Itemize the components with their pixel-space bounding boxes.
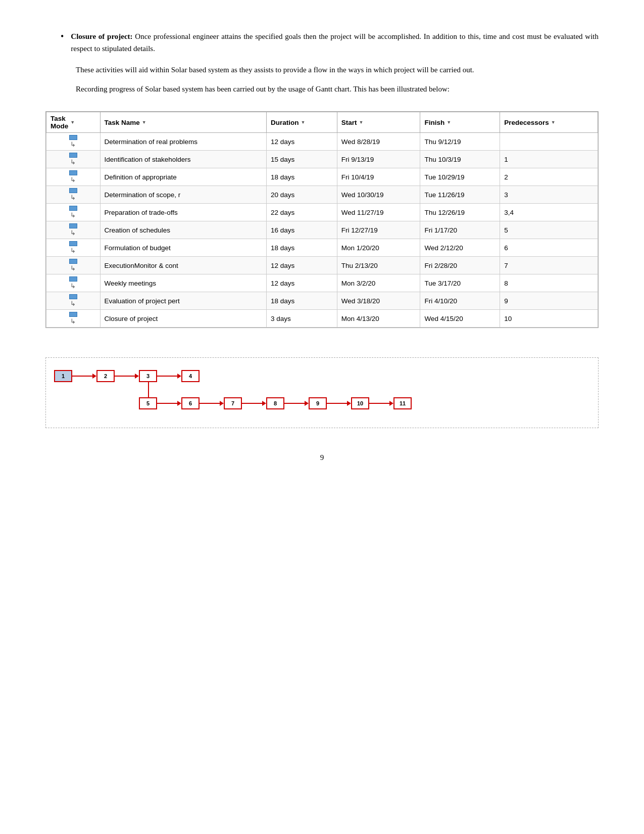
table-row: ↳ Creation of schedules16 daysFri 12/27/… xyxy=(46,221,598,239)
task-predecessors-cell: 9 xyxy=(500,292,598,310)
task-mode-cell: ↳ xyxy=(46,221,101,239)
task-predecessors-cell: 10 xyxy=(500,310,598,328)
task-duration-cell: 18 days xyxy=(267,292,337,310)
pert-row-bottom: 5 6 7 8 9 10 xyxy=(139,397,590,409)
task-predecessors-cell: 8 xyxy=(500,274,598,292)
col-header-finish[interactable]: Finish ▼ xyxy=(420,112,500,133)
pert-chart-container: 1 2 3 4 5 6 xyxy=(45,357,599,428)
task-name-cell: Determination of real problems xyxy=(100,133,267,151)
pert-arrow-7-8 xyxy=(242,401,266,406)
pert-arrow-9-10 xyxy=(327,401,351,406)
task-name-cell: ExecutionMonitor & cont xyxy=(100,257,267,274)
task-name-cell: Preparation of trade-offs xyxy=(100,204,267,221)
pert-node-7: 7 xyxy=(224,397,242,409)
task-start-cell: Wed 3/18/20 xyxy=(337,292,420,310)
task-duration-cell: 18 days xyxy=(267,168,337,186)
task-mode-cell: ↳ xyxy=(46,133,101,151)
col-finish-label: Finish xyxy=(424,119,444,126)
task-start-cell: Fri 9/13/19 xyxy=(337,151,420,168)
pert-node-5: 5 xyxy=(139,397,157,409)
col-header-name[interactable]: Task Name ▼ xyxy=(100,112,267,133)
bullet-text-closure: Closure of project: Once professional en… xyxy=(71,30,599,55)
task-predecessors-cell: 3,4 xyxy=(500,204,598,221)
task-predecessors-cell: 5 xyxy=(500,221,598,239)
task-predecessors-cell: 2 xyxy=(500,168,598,186)
task-start-cell: Fri 12/27/19 xyxy=(337,221,420,239)
task-duration-cell: 20 days xyxy=(267,186,337,204)
task-finish-cell: Tue 3/17/20 xyxy=(420,274,500,292)
task-name-cell: Determination of scope, r xyxy=(100,186,267,204)
pert-arrow-3-4 xyxy=(157,374,181,379)
col-header-mode[interactable]: TaskMode ▼ xyxy=(46,112,101,133)
task-duration-cell: 18 days xyxy=(267,239,337,257)
task-finish-cell: Tue 11/26/19 xyxy=(420,186,500,204)
col-duration-label: Duration xyxy=(271,119,299,126)
table-row: ↳ Determination of real problems12 daysW… xyxy=(46,133,598,151)
page-number-text: 9 xyxy=(320,453,324,461)
task-name-cell: Creation of schedules xyxy=(100,221,267,239)
pert-row-top: 1 2 3 4 xyxy=(54,370,590,382)
page-number: 9 xyxy=(45,453,599,462)
task-start-cell: Fri 10/4/19 xyxy=(337,168,420,186)
pert-node-4: 4 xyxy=(181,370,200,382)
task-finish-cell: Fri 4/10/20 xyxy=(420,292,500,310)
col-header-duration[interactable]: Duration ▼ xyxy=(267,112,337,133)
pert-node-10: 10 xyxy=(351,397,369,409)
table-row: ↳ Definition of appropriate18 daysFri 10… xyxy=(46,168,598,186)
table-body: ↳ Determination of real problems12 daysW… xyxy=(46,133,598,328)
task-mode-cell: ↳ xyxy=(46,239,101,257)
table-row: ↳ Preparation of trade-offs22 daysWed 11… xyxy=(46,204,598,221)
pert-node-1: 1 xyxy=(54,370,72,382)
gantt-table-container: TaskMode ▼ Task Name ▼ Duration ▼ xyxy=(45,111,599,328)
task-predecessors-cell: 6 xyxy=(500,239,598,257)
pert-arrow-8-9 xyxy=(284,401,309,406)
task-name-cell: Weekly meetings xyxy=(100,274,267,292)
task-finish-cell: Wed 2/12/20 xyxy=(420,239,500,257)
sort-arrow-name: ▼ xyxy=(142,120,146,125)
col-mode-label: TaskMode xyxy=(51,115,68,130)
sort-arrow-predecessors: ▼ xyxy=(551,120,556,125)
task-mode-cell: ↳ xyxy=(46,257,101,274)
pert-arrow-10-11 xyxy=(369,401,393,406)
paragraph-2: Recording progress of Solar based system… xyxy=(45,83,599,95)
task-duration-cell: 12 days xyxy=(267,257,337,274)
task-name-cell: Formulation of budget xyxy=(100,239,267,257)
paragraph-1: These activities will aid within Solar b… xyxy=(45,64,599,76)
task-mode-cell: ↳ xyxy=(46,151,101,168)
task-mode-cell: ↳ xyxy=(46,292,101,310)
pert-node-9: 9 xyxy=(309,397,327,409)
col-header-predecessors[interactable]: Predecessors ▼ xyxy=(500,112,598,133)
bullet-item-closure: • Closure of project: Once professional … xyxy=(45,30,599,55)
task-predecessors-cell: 7 xyxy=(500,257,598,274)
task-start-cell: Mon 4/13/20 xyxy=(337,310,420,328)
task-finish-cell: Thu 12/26/19 xyxy=(420,204,500,221)
table-header-row: TaskMode ▼ Task Name ▼ Duration ▼ xyxy=(46,112,598,133)
task-start-cell: Wed 8/28/19 xyxy=(337,133,420,151)
task-finish-cell: Tue 10/29/19 xyxy=(420,168,500,186)
table-row: ↳ Weekly meetings12 daysMon 3/2/20Tue 3/… xyxy=(46,274,598,292)
task-mode-cell: ↳ xyxy=(46,168,101,186)
closure-text: Once professional engineer attains the s… xyxy=(71,32,599,53)
sort-arrow-finish: ▼ xyxy=(447,120,451,125)
bullet-dot: • xyxy=(61,31,64,42)
col-header-start[interactable]: Start ▼ xyxy=(337,112,420,133)
task-finish-cell: Fri 2/28/20 xyxy=(420,257,500,274)
pert-node-11: 11 xyxy=(393,397,412,409)
pert-node-2: 2 xyxy=(96,370,115,382)
task-mode-cell: ↳ xyxy=(46,204,101,221)
table-row: ↳ Identification of stakeholders15 daysF… xyxy=(46,151,598,168)
pert-arrow-5-6 xyxy=(157,401,181,406)
sort-arrow-mode: ▼ xyxy=(70,120,75,125)
sort-arrow-duration: ▼ xyxy=(301,120,306,125)
task-duration-cell: 15 days xyxy=(267,151,337,168)
sort-arrow-start: ▼ xyxy=(359,120,363,125)
table-row: ↳ Formulation of budget18 daysMon 1/20/2… xyxy=(46,239,598,257)
task-duration-cell: 3 days xyxy=(267,310,337,328)
task-start-cell: Wed 11/27/19 xyxy=(337,204,420,221)
pert-vert-connector xyxy=(148,382,149,397)
col-start-label: Start xyxy=(341,119,357,126)
task-start-cell: Thu 2/13/20 xyxy=(337,257,420,274)
pert-arrow-6-7 xyxy=(200,401,224,406)
task-predecessors-cell: 1 xyxy=(500,151,598,168)
task-finish-cell: Wed 4/15/20 xyxy=(420,310,500,328)
